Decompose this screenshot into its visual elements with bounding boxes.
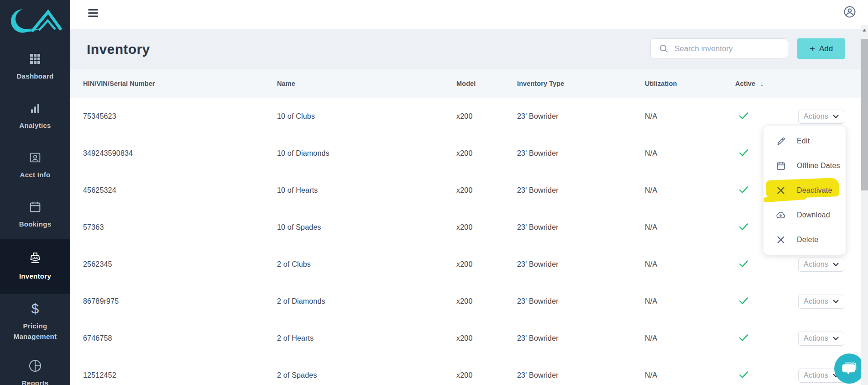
sidebar-item-dashboard[interactable]: Dashboard [0,42,70,91]
cell-name: 10 of Diamonds [277,149,456,158]
menu-item-label: Deactivate [797,186,832,195]
sidebar-item-label: Pricing Management [8,321,63,342]
cell-inventory-type: 23' Bowrider [517,260,645,269]
sort-desc-icon [760,79,763,88]
cell-inventory-type: 23' Bowrider [517,186,645,195]
cell-inventory-type: 23' Bowrider [517,334,645,343]
pencil-icon [776,136,786,146]
sidebar-item-inventory[interactable]: Inventory [0,239,70,294]
calendar-icon [28,200,42,214]
table-row: 12512452 2 of Spades x200 23' Bowrider N… [70,357,861,385]
sidebar-item-analytics[interactable]: Analytics [0,91,70,141]
sidebar-item-label: Reports [8,378,63,385]
sidebar-item-label: Analytics [8,121,63,131]
sidebar-item-pricing-management[interactable]: $ Pricing Management [0,294,70,349]
table-row: 86789r975 2 of Diamonds x200 23' Bowride… [70,283,861,320]
cell-model: x200 [456,149,517,158]
column-header-utilization[interactable]: Utilization [645,80,735,87]
actions-dropdown-menu: Edit Offline Dates Dea [763,126,846,255]
scrollbar-thumb[interactable] [861,39,868,190]
chat-bubble-icon [841,360,858,377]
actions-button[interactable]: Actions [798,258,844,272]
menu-item-label: Edit [797,137,810,145]
cell-model: x200 [456,334,517,343]
actions-button[interactable]: Actions [798,295,844,309]
id-card-icon [28,150,42,165]
cell-utilization: N/A [645,297,735,306]
account-icon[interactable] [843,5,856,18]
cell-model: x200 [456,297,517,306]
sidebar-item-label: Dashboard [8,71,63,82]
sidebar-item-bookings[interactable]: Bookings [0,190,70,239]
cell-name: 2 of Diamonds [277,297,456,306]
menu-item-label: Download [797,211,830,219]
vertical-scrollbar [861,25,868,385]
cell-serial: 349243590834 [83,149,277,158]
cell-utilization: N/A [645,371,735,380]
cell-utilization: N/A [645,149,735,158]
sidebar-item-acct-info[interactable]: Acct Info [0,141,70,190]
actions-button-label: Actions [804,260,828,269]
cell-name: 2 of Spades [277,371,456,380]
active-check-icon [735,260,798,269]
active-check-icon [735,112,798,121]
cell-utilization: N/A [645,223,735,232]
cell-serial: 75345623 [83,112,277,121]
plus-icon [810,43,815,54]
add-button[interactable]: Add [797,38,845,59]
cell-model: x200 [456,260,517,269]
cell-serial: 2562345 [83,260,277,269]
column-header-inventory-type[interactable]: Inventory Type [517,80,645,87]
column-header-active[interactable]: Active [735,79,798,88]
cell-inventory-type: 23' Bowrider [517,223,645,232]
chat-widget-button[interactable] [834,353,864,384]
bar-chart-icon [28,101,42,116]
page-title: Inventory [87,42,150,57]
cell-inventory-type: 23' Bowrider [517,149,645,158]
search-box [650,38,788,59]
menu-item-label: Offline Dates [797,162,840,170]
add-button-label: Add [819,44,833,53]
search-icon [659,44,669,53]
column-header-serial[interactable]: HIN/VIN/Serial Number [83,80,277,87]
menu-item-download[interactable]: Download [763,203,846,227]
boat-icon [28,252,42,266]
actions-button[interactable]: Actions [798,110,844,124]
actions-button[interactable]: Actions [798,332,844,346]
company-logo[interactable] [0,0,70,42]
pie-chart-icon [28,359,42,373]
cell-inventory-type: 23' Bowrider [517,112,645,121]
scrollbar-up-arrow[interactable] [863,29,866,32]
cell-serial: 45625324 [83,186,277,195]
cell-serial: 6746758 [83,334,277,343]
active-check-icon [735,334,798,343]
menu-item-offline-dates[interactable]: Offline Dates [763,153,846,178]
x-icon [776,235,786,245]
cell-model: x200 [456,223,517,232]
actions-button-label: Actions [804,334,828,343]
cell-name: 10 of Clubs [277,112,456,121]
cloud-download-icon [776,210,786,220]
cell-name: 10 of Hearts [277,186,456,195]
table-row: 75345623 10 of Clubs x200 23' Bowrider N… [70,98,861,135]
menu-item-deactivate[interactable]: Deactivate [763,178,846,203]
cell-model: x200 [456,371,517,380]
table-row: 45625324 10 of Hearts x200 23' Bowrider … [70,172,861,209]
sidebar-item-label: Inventory [8,271,63,282]
chevron-down-icon [833,337,839,341]
column-header-model[interactable]: Model [456,80,517,87]
menu-item-delete[interactable]: Delete [763,227,846,252]
cell-utilization: N/A [645,260,735,269]
hamburger-menu-icon[interactable] [88,9,98,17]
sidebar-nav: Dashboard Analytics [0,42,70,385]
table-row: 57363 10 of Spades x200 23' Bowrider N/A… [70,209,861,246]
search-input[interactable] [675,44,788,53]
cell-model: x200 [456,112,517,121]
column-header-name[interactable]: Name [277,80,456,87]
page-header: Inventory Add [70,29,868,69]
actions-button-label: Actions [804,371,828,380]
menu-item-edit[interactable]: Edit [763,129,846,153]
app-window: Dashboard Analytics [0,0,868,385]
sidebar-item-reports[interactable]: Reports [0,349,70,385]
active-check-icon [735,371,798,380]
